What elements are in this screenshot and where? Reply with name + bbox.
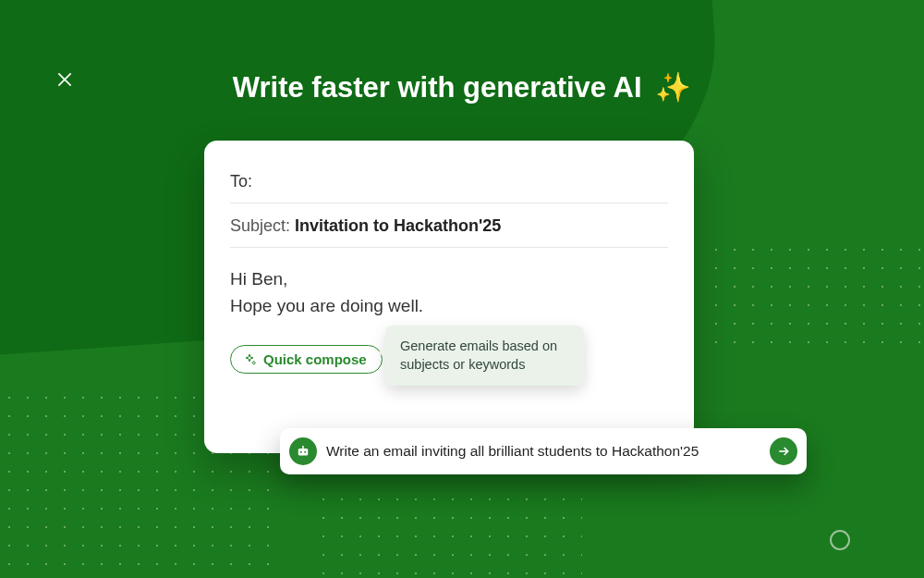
dot-pattern — [707, 240, 924, 347]
bot-avatar — [289, 437, 317, 465]
headline-text: Write faster with generative AI — [233, 71, 642, 104]
subject-value: Invitation to Hackathon'25 — [295, 216, 501, 235]
page-title: Write faster with generative AI ✨ — [0, 70, 924, 105]
email-body[interactable]: Hi Ben, Hope you are doing well. — [230, 248, 668, 319]
compose-card: To: Subject: Invitation to Hackathon'25 … — [204, 141, 694, 453]
svg-point-3 — [300, 451, 302, 453]
quick-compose-button[interactable]: Quick compose — [230, 345, 383, 374]
to-label: To: — [230, 172, 252, 191]
sparkle-icon: ✨ — [655, 71, 691, 104]
svg-rect-5 — [302, 446, 304, 449]
tooltip-text: Generate emails based on subjects or key… — [400, 338, 557, 372]
dot-pattern — [314, 490, 582, 578]
svg-rect-2 — [298, 449, 309, 456]
to-field[interactable]: To: — [230, 163, 668, 203]
bot-icon — [295, 443, 311, 460]
arrow-right-icon — [776, 444, 791, 459]
svg-point-4 — [304, 451, 306, 453]
send-button[interactable] — [770, 437, 797, 465]
ai-prompt-bar — [280, 428, 807, 474]
ai-prompt-input[interactable] — [326, 443, 760, 460]
sparkle-icon — [242, 352, 257, 367]
ring-decoration — [830, 530, 850, 550]
feature-hero: Write faster with generative AI ✨ To: Su… — [0, 0, 924, 578]
subject-label: Subject: — [230, 216, 290, 235]
quick-compose-label: Quick compose — [263, 351, 367, 367]
subject-field[interactable]: Subject: Invitation to Hackathon'25 — [230, 203, 668, 248]
quick-compose-tooltip: Generate emails based on subjects or key… — [385, 326, 584, 386]
